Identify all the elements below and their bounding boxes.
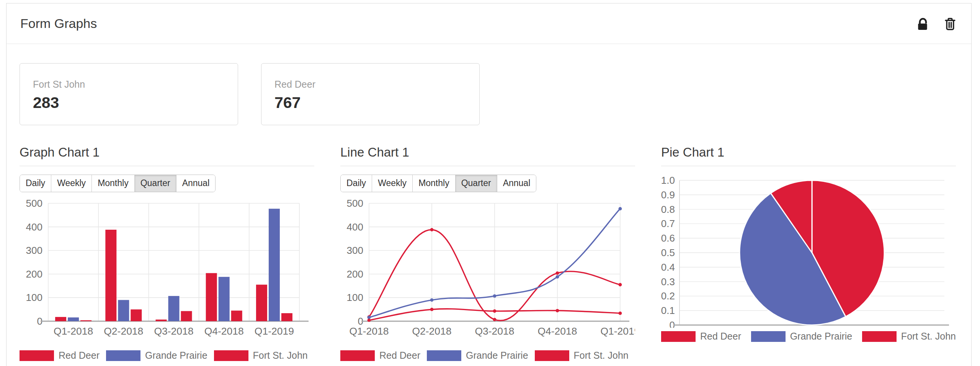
legend-swatch: [661, 331, 696, 342]
bar-red-deer-q1-2018[interactable]: [55, 317, 66, 321]
panel-header: Form Graphs: [7, 3, 971, 44]
bar-fort-st-john-q3-2018[interactable]: [181, 311, 192, 321]
bar-grande-prairie-q3-2018[interactable]: [168, 296, 180, 321]
stat-card-label: Fort St John: [33, 79, 225, 90]
bar-grande-prairie-q4-2018[interactable]: [219, 277, 230, 321]
stat-card-value: 283: [33, 94, 225, 112]
legend-item-red-deer[interactable]: Red Deer: [20, 350, 100, 361]
bar-fort-st-john-q1-2018[interactable]: [80, 320, 91, 321]
title-divider: [340, 166, 635, 166]
legend-item-grande-prairie[interactable]: Grande Prairie: [106, 350, 207, 361]
pie-chart-legend: Red DeerGrande PrairieFort St. John: [661, 331, 956, 342]
bar-grande-prairie-q2-2018[interactable]: [118, 300, 129, 321]
x-tick-label: Q1-2018: [349, 325, 389, 337]
tab-annual[interactable]: Annual: [497, 175, 536, 192]
y-tick-label: 0.5: [661, 247, 675, 258]
bar-red-deer-q1-2019[interactable]: [256, 285, 267, 321]
form-graphs-panel: Form Graphs: [6, 3, 972, 366]
legend-item-grande-prairie[interactable]: Grande Prairie: [751, 331, 853, 342]
legend-swatch: [214, 350, 248, 361]
tab-monthly[interactable]: Monthly: [92, 175, 135, 192]
point-fort-st-john-q4-2018[interactable]: [556, 309, 559, 312]
y-tick-label: 1.0: [661, 175, 675, 186]
tab-annual[interactable]: Annual: [176, 175, 216, 192]
legend-label: Grande Prairie: [145, 350, 207, 361]
legend-swatch: [862, 331, 897, 342]
x-tick-label: Q2-2018: [412, 325, 451, 337]
y-tick-label: 500: [26, 198, 42, 209]
line-chart-period-tabs: DailyWeeklyMonthlyQuarterAnnual: [340, 175, 536, 192]
point-red-deer-q4-2018[interactable]: [556, 271, 559, 275]
charts-row: Graph Chart 1 DailyWeeklyMonthlyQuarterA…: [7, 125, 971, 361]
point-fort-st-john-q2-2018[interactable]: [430, 308, 434, 311]
bar-red-deer-q3-2018[interactable]: [156, 320, 167, 321]
y-tick-label: 400: [26, 221, 42, 233]
legend-item-red-deer[interactable]: Red Deer: [340, 350, 420, 361]
bar-fort-st-john-q4-2018[interactable]: [231, 311, 242, 322]
point-red-deer-q2-2018[interactable]: [430, 228, 434, 232]
y-tick-label: 200: [347, 268, 363, 280]
x-tick-label: Q2-2018: [104, 325, 143, 337]
stat-card-label: Red Deer: [274, 79, 466, 90]
y-tick-label: 0.9: [661, 189, 675, 201]
y-tick-label: 0.3: [661, 276, 675, 288]
tab-weekly[interactable]: Weekly: [51, 175, 92, 192]
legend-swatch: [340, 350, 375, 361]
stat-card-fort-st-john: Fort St John283: [20, 63, 238, 125]
y-tick-label: 0.6: [661, 232, 675, 244]
x-tick-label: Q1-2019: [600, 325, 635, 337]
legend-swatch: [106, 350, 140, 361]
legend-item-fort-st-john[interactable]: Fort St. John: [862, 331, 956, 342]
legend-label: Red Deer: [700, 331, 741, 342]
stats-row: Fort St John283Red Deer767: [7, 44, 971, 125]
legend-item-fort-st-john[interactable]: Fort St. John: [214, 350, 308, 361]
x-tick-label: Q3-2018: [475, 325, 514, 337]
tab-weekly[interactable]: Weekly: [372, 175, 413, 192]
bar-chart-title: Graph Chart 1: [20, 145, 314, 160]
title-divider: [661, 166, 956, 166]
y-tick-label: 200: [26, 268, 42, 280]
point-fort-st-john-q1-2019[interactable]: [619, 312, 622, 315]
bar-grande-prairie-q1-2019[interactable]: [269, 209, 280, 321]
bar-fort-st-john-q1-2019[interactable]: [281, 313, 292, 321]
bar-red-deer-q2-2018[interactable]: [105, 230, 116, 321]
bar-grande-prairie-q1-2018[interactable]: [68, 317, 79, 321]
tab-quarter[interactable]: Quarter: [135, 175, 176, 192]
tab-quarter[interactable]: Quarter: [456, 175, 497, 192]
legend-item-red-deer[interactable]: Red Deer: [661, 331, 741, 342]
point-grande-prairie-q4-2018[interactable]: [556, 275, 559, 279]
y-tick-label: 0.1: [661, 305, 675, 316]
y-tick-label: 400: [347, 221, 363, 233]
unlock-icon[interactable]: [917, 16, 931, 31]
tab-daily[interactable]: Daily: [20, 175, 51, 192]
pie-chart-section: Pie Chart 1 1.00.90.80.70.60.50.40.30.20…: [661, 145, 956, 361]
legend-label: Fort St. John: [253, 350, 308, 361]
bar-red-deer-q4-2018[interactable]: [206, 273, 217, 322]
x-tick-label: Q3-2018: [154, 325, 193, 337]
point-grande-prairie-q2-2018[interactable]: [430, 298, 434, 302]
bar-fort-st-john-q2-2018[interactable]: [131, 309, 142, 321]
tab-daily[interactable]: Daily: [341, 175, 372, 192]
y-tick-label: 0.4: [661, 261, 675, 273]
point-fort-st-john-q1-2018[interactable]: [368, 319, 371, 322]
legend-label: Grande Prairie: [466, 350, 528, 361]
tab-monthly[interactable]: Monthly: [413, 175, 456, 192]
y-tick-label: 0.7: [661, 218, 675, 229]
point-fort-st-john-q3-2018[interactable]: [493, 309, 497, 313]
stat-card-value: 767: [274, 94, 466, 112]
legend-label: Fort St. John: [901, 331, 956, 342]
point-grande-prairie-q1-2019[interactable]: [619, 207, 622, 211]
legend-item-fort-st-john[interactable]: Fort St. John: [535, 350, 629, 361]
legend-item-grande-prairie[interactable]: Grande Prairie: [427, 350, 528, 361]
point-grande-prairie-q3-2018[interactable]: [493, 294, 497, 298]
header-actions: [917, 16, 957, 31]
pie-chart-svg: 1.00.90.80.70.60.50.40.30.20.10: [661, 175, 956, 328]
legend-label: Grande Prairie: [790, 331, 853, 342]
x-tick-label: Q1-2019: [255, 325, 294, 337]
point-red-deer-q1-2019[interactable]: [619, 283, 622, 286]
trash-icon[interactable]: [944, 16, 957, 31]
y-tick-label: 300: [347, 245, 363, 256]
pie-chart-title: Pie Chart 1: [661, 145, 956, 160]
point-red-deer-q3-2018[interactable]: [493, 318, 497, 322]
stat-card-red-deer: Red Deer767: [261, 63, 480, 125]
